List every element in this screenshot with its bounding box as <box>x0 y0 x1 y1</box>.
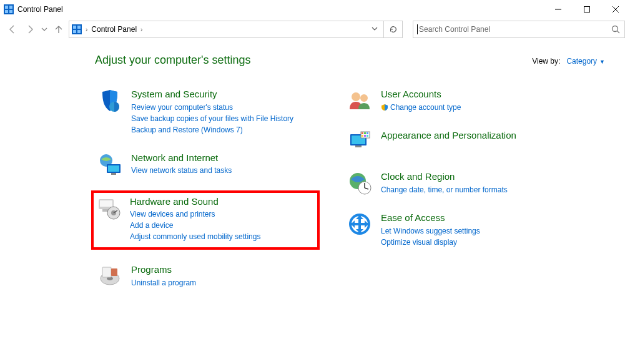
page-heading: Adjust your computer's settings <box>95 54 251 67</box>
svg-rect-6 <box>584 7 590 12</box>
svg-rect-1 <box>5 6 8 9</box>
svg-point-32 <box>360 94 368 102</box>
svg-rect-22 <box>100 200 112 207</box>
up-button[interactable] <box>51 22 66 37</box>
svg-rect-2 <box>9 6 12 9</box>
category-title[interactable]: User Accounts <box>381 88 554 101</box>
category-link[interactable]: Add a device <box>130 220 315 231</box>
svg-rect-4 <box>9 10 12 13</box>
svg-rect-41 <box>367 135 368 137</box>
control-panel-app-icon <box>4 4 14 14</box>
address-bar[interactable]: › Control Panel › <box>69 21 384 38</box>
viewby-dropdown[interactable]: Category▼ <box>566 57 605 66</box>
category-column-left: System and Security Review your computer… <box>95 86 307 302</box>
category-link[interactable]: View devices and printers <box>130 209 315 220</box>
content-area: Adjust your computer's settings View by:… <box>0 41 630 315</box>
category-link[interactable]: Change date, time, or number formats <box>381 184 554 195</box>
svg-rect-12 <box>73 30 76 33</box>
svg-point-14 <box>613 26 618 32</box>
close-button[interactable] <box>601 0 630 19</box>
svg-rect-10 <box>73 26 76 29</box>
forward-button[interactable] <box>22 22 37 37</box>
category-link[interactable]: Backup and Restore (Windows 7) <box>131 124 305 135</box>
viewby-label: View by: <box>532 57 560 66</box>
network-internet-icon <box>97 152 122 177</box>
address-dropdown-button[interactable] <box>368 25 381 34</box>
category-title[interactable]: Network and Internet <box>131 152 305 164</box>
category-link[interactable]: Optimize visual display <box>381 237 554 248</box>
svg-rect-11 <box>77 26 81 29</box>
category-title[interactable]: Ease of Access <box>381 212 554 224</box>
programs-icon <box>97 263 122 288</box>
category-link[interactable]: Uninstall a program <box>131 277 305 288</box>
category-title[interactable]: System and Security <box>131 88 305 101</box>
category-clock-region: Clock and Region Change date, time, or n… <box>345 168 557 198</box>
breadcrumb-root[interactable]: Control Panel <box>91 25 137 34</box>
user-accounts-icon <box>347 88 372 113</box>
shield-icon <box>381 104 388 111</box>
category-user-accounts: User Accounts Change account type <box>345 86 557 116</box>
chevron-down-icon: ▼ <box>599 59 605 65</box>
category-hardware-sound: Hardware and Sound View devices and prin… <box>91 190 320 250</box>
svg-point-31 <box>352 92 360 101</box>
svg-rect-19 <box>108 165 119 172</box>
category-link[interactable]: Let Windows suggest settings <box>381 225 554 237</box>
category-appearance-personalization: Appearance and Personalization <box>345 127 557 157</box>
clock-region-icon <box>347 170 372 195</box>
svg-rect-38 <box>367 132 368 134</box>
search-input[interactable]: Search Control Panel <box>413 21 625 38</box>
category-link[interactable]: Save backup copies of your files with Fi… <box>131 113 305 124</box>
chevron-right-icon[interactable]: › <box>86 26 87 33</box>
category-system-security: System and Security Review your computer… <box>95 86 307 138</box>
recent-locations-button[interactable] <box>40 22 49 37</box>
category-title[interactable]: Clock and Region <box>381 170 554 183</box>
category-link[interactable]: View network status and tasks <box>131 165 305 176</box>
svg-line-15 <box>618 31 620 34</box>
category-programs: Programs Uninstall a program <box>95 261 307 291</box>
svg-rect-13 <box>77 30 81 33</box>
system-security-icon <box>97 88 122 113</box>
window-title: Control Panel <box>17 5 63 14</box>
category-link[interactable]: Review your computer's status <box>131 102 305 113</box>
search-placeholder: Search Control Panel <box>419 25 611 34</box>
titlebar: Control Panel <box>0 0 630 19</box>
svg-rect-37 <box>364 132 366 134</box>
hardware-sound-icon <box>96 195 121 220</box>
chevron-right-icon[interactable]: › <box>140 26 142 33</box>
maximize-button[interactable] <box>573 0 601 19</box>
appearance-personalization-icon <box>347 129 372 154</box>
svg-rect-30 <box>111 268 117 276</box>
svg-rect-29 <box>102 267 111 277</box>
back-button[interactable] <box>5 22 20 37</box>
category-link[interactable]: Adjust commonly used mobility settings <box>130 231 315 242</box>
category-title[interactable]: Appearance and Personalization <box>381 129 554 142</box>
svg-rect-3 <box>5 10 8 13</box>
text-cursor <box>417 24 418 34</box>
control-panel-icon <box>72 24 82 34</box>
svg-rect-20 <box>111 173 116 175</box>
svg-rect-36 <box>362 132 363 134</box>
category-link[interactable]: Change account type <box>381 102 554 113</box>
category-column-right: User Accounts Change account type <box>345 86 557 302</box>
svg-rect-40 <box>364 135 366 137</box>
svg-rect-42 <box>355 145 362 147</box>
refresh-button[interactable] <box>384 21 403 38</box>
viewby-value: Category <box>566 57 597 66</box>
category-ease-of-access: Ease of Access Let Windows suggest setti… <box>345 209 557 250</box>
category-title[interactable]: Programs <box>131 263 305 276</box>
ease-of-access-icon <box>347 212 372 237</box>
category-network-internet: Network and Internet View network status… <box>95 149 307 179</box>
search-icon[interactable] <box>611 24 621 34</box>
svg-rect-39 <box>362 135 363 137</box>
nav-row: › Control Panel › Search Control Panel <box>0 19 630 41</box>
category-title[interactable]: Hardware and Sound <box>130 195 315 208</box>
minimize-button[interactable] <box>544 0 573 19</box>
